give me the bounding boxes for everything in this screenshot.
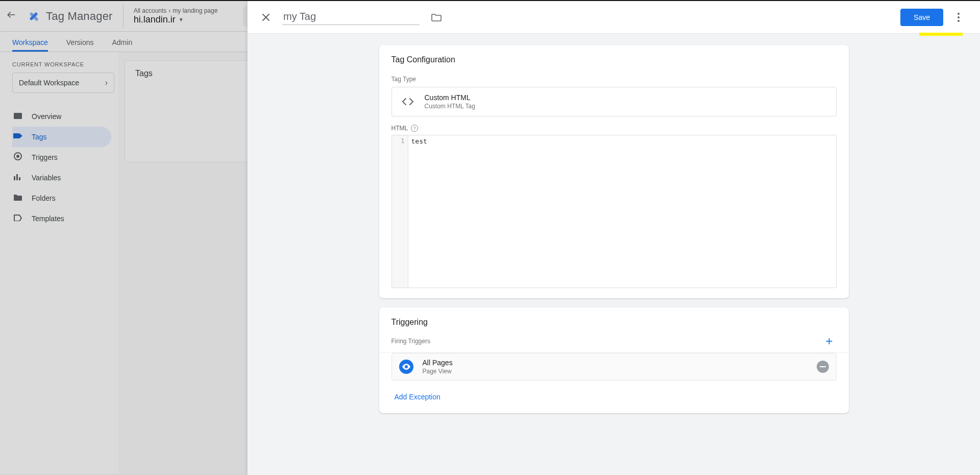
svg-rect-6 <box>14 113 22 119</box>
add-exception-link[interactable]: Add Exception <box>379 384 849 413</box>
tag-type-sub: Custom HTML Tag <box>425 103 475 110</box>
variables-icon <box>13 173 22 182</box>
sidebar-item-label: Triggers <box>32 153 58 161</box>
code-icon <box>400 94 415 109</box>
tag-editor-panel: Save Tag Configuration Tag Type Custom H… <box>247 1 980 475</box>
svg-point-17 <box>405 365 408 368</box>
gtm-logo-icon <box>27 9 41 23</box>
sidebar-item-templates[interactable]: Templates <box>12 208 111 229</box>
svg-rect-18 <box>820 366 826 367</box>
editor-header: Save <box>248 1 980 34</box>
svg-rect-11 <box>19 177 20 180</box>
svg-rect-9 <box>14 176 15 180</box>
account-switcher[interactable]: All accounts›my landing page hi.landin.i… <box>123 4 228 29</box>
close-button[interactable] <box>257 8 275 27</box>
breadcrumb-accounts: All accounts <box>134 7 167 14</box>
code-gutter: 1 <box>392 135 408 288</box>
tag-config-title: Tag Configuration <box>391 55 837 64</box>
tab-workspace[interactable]: Workspace <box>12 38 48 52</box>
sidebar-item-label: Overview <box>32 112 61 121</box>
chevron-right-icon: › <box>166 7 173 14</box>
sidebar-item-label: Templates <box>32 215 64 223</box>
tag-type-label: Tag Type <box>391 76 837 83</box>
sidebar-item-label: Folders <box>32 194 56 202</box>
folder-icon[interactable] <box>429 10 444 25</box>
remove-trigger-button[interactable] <box>817 361 829 373</box>
sidebar-item-overview[interactable]: Overview <box>12 106 111 127</box>
svg-point-15 <box>958 16 960 18</box>
current-workspace-label: CURRENT WORKSPACE <box>12 61 111 67</box>
trigger-name: All Pages <box>423 359 453 367</box>
svg-point-3 <box>35 17 38 20</box>
sidebar-item-triggers[interactable]: Triggers <box>12 147 111 168</box>
sidebar-item-tags[interactable]: Tags <box>12 127 111 147</box>
chevron-right-icon: › <box>105 78 108 87</box>
firing-triggers-label: Firing Triggers <box>391 338 431 345</box>
html-label: HTML <box>391 125 408 132</box>
tab-versions[interactable]: Versions <box>66 38 94 52</box>
triggering-card: Triggering Firing Triggers + All Pages P… <box>379 307 849 413</box>
sidebar: CURRENT WORKSPACE Default Workspace › Ov… <box>0 52 118 474</box>
svg-point-8 <box>16 155 19 158</box>
highlight-annotation <box>919 33 963 36</box>
tag-icon <box>13 132 22 141</box>
product-name: Tag Manager <box>46 10 113 23</box>
svg-point-14 <box>958 13 960 15</box>
tag-configuration-card: Tag Configuration Tag Type Custom HTML C… <box>379 45 849 298</box>
tag-type-selector[interactable]: Custom HTML Custom HTML Tag <box>391 87 837 116</box>
workspace-name: Default Workspace <box>19 79 79 87</box>
code-content[interactable]: test <box>408 135 836 288</box>
folder-icon <box>13 194 22 203</box>
svg-point-16 <box>958 20 960 22</box>
triggering-title: Triggering <box>391 318 837 327</box>
back-arrow-icon[interactable] <box>4 10 18 22</box>
breadcrumb-account: my landing page <box>173 7 217 14</box>
html-code-editor[interactable]: 1 test <box>391 135 837 288</box>
trigger-sub: Page View <box>423 368 453 375</box>
pageview-icon <box>399 360 413 374</box>
sidebar-item-variables[interactable]: Variables <box>12 168 111 188</box>
tag-name-input[interactable] <box>282 10 420 25</box>
add-trigger-button[interactable]: + <box>822 334 837 348</box>
tab-admin[interactable]: Admin <box>112 38 132 52</box>
svg-rect-2 <box>29 12 38 20</box>
help-icon[interactable]: ? <box>411 125 418 132</box>
sidebar-item-label: Tags <box>32 133 47 141</box>
more-menu-button[interactable] <box>949 8 968 27</box>
target-icon <box>13 152 22 162</box>
sidebar-item-label: Variables <box>32 174 61 182</box>
trigger-row[interactable]: All Pages Page View <box>391 353 837 381</box>
workspace-selector[interactable]: Default Workspace › <box>12 73 114 93</box>
caret-down-icon: ▼ <box>179 17 184 23</box>
container-name: hi.landin.ir <box>134 14 176 26</box>
svg-rect-1 <box>29 12 38 20</box>
tag-type-name: Custom HTML <box>425 93 475 102</box>
save-button[interactable]: Save <box>900 9 943 26</box>
overview-icon <box>13 112 22 121</box>
svg-point-7 <box>14 153 21 160</box>
svg-rect-10 <box>16 174 18 180</box>
sidebar-item-folders[interactable]: Folders <box>12 188 111 208</box>
templates-icon <box>13 214 22 223</box>
